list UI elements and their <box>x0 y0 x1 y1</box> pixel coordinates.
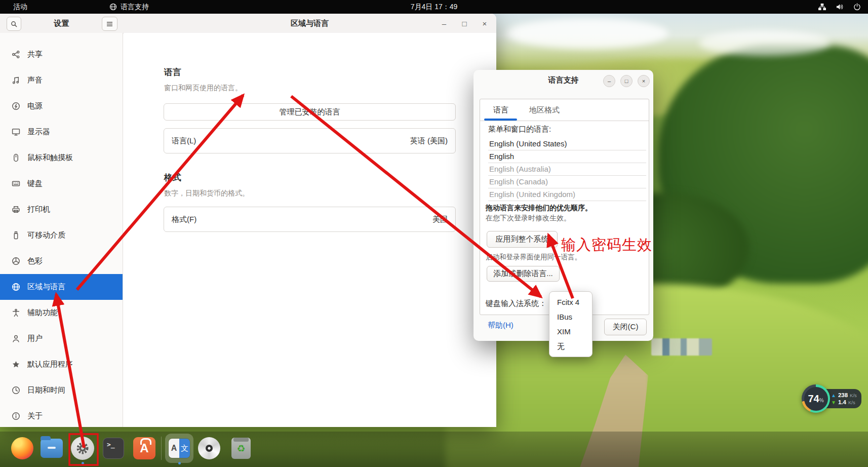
sidebar-item-region-language[interactable]: 区域与语言 <box>0 274 123 300</box>
usage-percent: 74 <box>808 387 819 411</box>
settings-gear-icon <box>71 437 94 460</box>
upload-value: 238 <box>838 392 848 398</box>
dialog-maximize-button[interactable]: □ <box>620 75 633 87</box>
files-icon <box>41 439 63 458</box>
sidebar-item-sound[interactable]: 声音 <box>0 67 123 93</box>
trash-recycle-icon: ♻ <box>231 438 251 459</box>
dock-files[interactable] <box>40 436 64 460</box>
dialog-close-button[interactable]: × <box>638 75 650 87</box>
dock-settings[interactable] <box>70 436 95 460</box>
sidebar-item-label: 共享 <box>27 50 43 59</box>
display-icon <box>11 128 20 137</box>
sidebar-item-label: 鼠标和触摸板 <box>27 153 73 163</box>
sidebar-item-keyboard[interactable]: 键盘 <box>0 171 123 197</box>
sidebar-item-color[interactable]: 色彩 <box>0 248 123 274</box>
top-bar: 活动 语言支持 7月4日 17：49 <box>0 0 868 14</box>
close-button[interactable]: × <box>477 14 492 33</box>
language-list-item[interactable]: English (United States) <box>488 138 646 150</box>
sidebar-item-label: 打印机 <box>27 205 50 214</box>
dialog-minimize-button[interactable]: – <box>603 75 615 87</box>
dock: >_AA文♻ <box>0 432 868 467</box>
login-hint: 在您下次登录时修改生效。 <box>486 214 571 223</box>
drag-hint: 拖动语言来安排他们的优先顺序。 <box>486 204 592 213</box>
sidebar-item-users[interactable]: 用户 <box>0 326 123 352</box>
dialog-notebook: 语言 地区格式 菜单和窗口的语言: English (United States… <box>480 99 649 315</box>
format-row[interactable]: 格式(F) 美国 <box>164 207 456 232</box>
activities-button[interactable]: 活动 <box>9 0 31 14</box>
menus-language-label: 菜单和窗口的语言: <box>488 125 551 134</box>
language-list-item[interactable]: English (Australia) <box>488 163 646 176</box>
wallpaper-cloud <box>506 18 668 49</box>
language-section-title: 语言 <box>164 66 181 78</box>
keyboard-icon <box>11 179 20 188</box>
volume-icon[interactable] <box>836 3 844 11</box>
dock-separator <box>161 437 162 460</box>
media-disc-icon <box>198 437 220 459</box>
language-list-item[interactable]: English (United Kingdom) <box>488 188 646 201</box>
dock-media[interactable] <box>197 436 221 460</box>
settings-window: 设置 区域与语言 – □ × 共享声音电源显示器鼠标和触摸板键盘打印机可移动介质… <box>0 14 496 427</box>
download-unit: K/s <box>848 400 855 405</box>
network-icon[interactable] <box>818 3 826 11</box>
language-row-value: 英语 (美国) <box>410 136 448 146</box>
terminal-icon: >_ <box>103 438 124 459</box>
sidebar-item-default-apps[interactable]: 默认应用程序 <box>0 352 123 377</box>
sidebar-item-label: 辅助功能 <box>27 308 58 318</box>
language-list-item[interactable]: English (Canada) <box>488 176 646 188</box>
input-method-icon: A文 <box>168 438 190 458</box>
manage-installed-languages-button[interactable]: 管理已安装的语言 <box>164 103 456 121</box>
running-indicator <box>178 462 181 464</box>
close-dialog-button[interactable]: 关闭(C) <box>604 319 647 335</box>
dock-software[interactable]: A <box>132 436 156 460</box>
sidebar-item-label: 显示器 <box>27 127 50 137</box>
ime-option-xim[interactable]: XIM <box>549 324 592 339</box>
tab-language[interactable]: 语言 <box>493 99 508 121</box>
sidebar-item-label: 声音 <box>27 75 43 85</box>
add-remove-languages-button[interactable]: 添加或删除语言... <box>487 266 560 282</box>
focused-app-menu[interactable]: 语言支持 <box>109 0 149 14</box>
download-arrow-icon: ▼ <box>831 400 836 405</box>
help-button[interactable]: 帮助(H) <box>488 321 514 330</box>
usage-gauge: 74 % <box>802 384 830 413</box>
ime-option-fcitx-4[interactable]: Fcitx 4 <box>549 295 592 309</box>
sidebar-item-label: 可移动介质 <box>27 230 65 240</box>
apply-system-wide-button[interactable]: 应用到整个系统 <box>487 231 558 248</box>
language-row[interactable]: 语言(L) 英语 (美国) <box>164 128 456 153</box>
sidebar-item-removable-media[interactable]: 可移动介质 <box>0 222 123 248</box>
software-store-icon: A <box>133 437 155 459</box>
power-icon <box>11 102 20 111</box>
dock-firefox[interactable] <box>10 436 34 460</box>
upload-arrow-icon: ▲ <box>831 393 836 398</box>
tab-regional-formats[interactable]: 地区格式 <box>529 99 560 121</box>
sidebar-item-printers[interactable]: 打印机 <box>0 197 123 222</box>
menu-button[interactable] <box>102 17 117 31</box>
sidebar-item-label: 用户 <box>27 334 43 343</box>
accessibility-icon <box>11 308 20 318</box>
format-row-value: 美国 <box>432 215 448 224</box>
settings-main-pane: 语言 窗口和网页使用的语言。 管理已安装的语言 语言(L) 英语 (美国) 格式… <box>124 33 496 427</box>
focused-app-title: 语言支持 <box>121 3 149 12</box>
globe-icon <box>109 3 117 11</box>
sidebar-item-displays[interactable]: 显示器 <box>0 119 123 145</box>
dock-ime[interactable]: A文 <box>167 436 191 460</box>
language-list-item[interactable]: English <box>488 150 646 163</box>
sidebar-item-date-time[interactable]: 日期和时间 <box>0 377 123 403</box>
desktop: 设置 区域与语言 – □ × 共享声音电源显示器鼠标和触摸板键盘打印机可移动介质… <box>0 0 868 467</box>
dock-trash[interactable]: ♻ <box>229 436 253 460</box>
sidebar-item-about[interactable]: 关于 <box>0 403 123 429</box>
ime-option-无[interactable]: 无 <box>549 339 592 354</box>
sidebar-item-accessibility[interactable]: 辅助功能 <box>0 300 123 326</box>
download-value: 1.4 <box>838 399 846 405</box>
minimize-button[interactable]: – <box>437 14 452 33</box>
dock-terminal[interactable]: >_ <box>101 436 126 460</box>
sidebar-item-label: 色彩 <box>27 256 43 266</box>
sidebar-item-mouse[interactable]: 鼠标和触摸板 <box>0 145 123 171</box>
hamburger-icon <box>106 21 113 27</box>
sidebar-item-power[interactable]: 电源 <box>0 93 123 119</box>
ime-option-ibus[interactable]: IBus <box>549 309 592 324</box>
sidebar-item-sharing[interactable]: 共享 <box>0 42 123 67</box>
upload-unit: K/s <box>850 393 857 398</box>
power-icon[interactable] <box>853 3 861 11</box>
maximize-button[interactable]: □ <box>457 14 472 33</box>
sidebar-item-label: 区域与语言 <box>27 282 65 292</box>
